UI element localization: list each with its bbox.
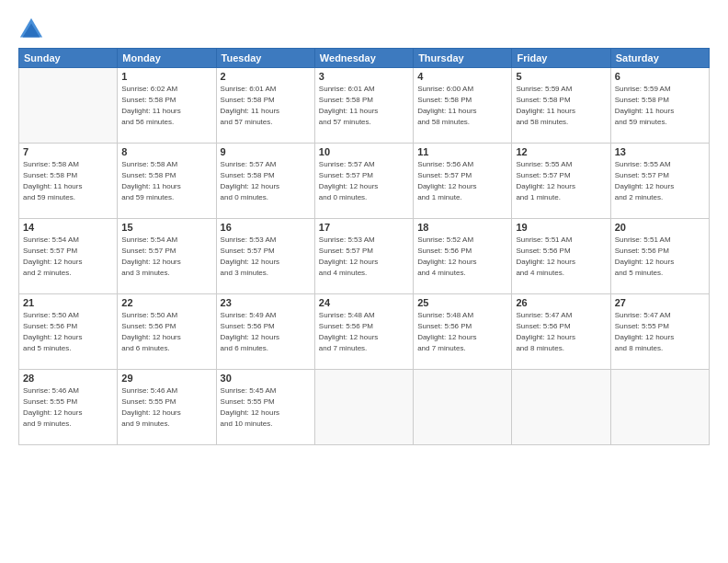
weekday-header-row: SundayMondayTuesdayWednesdayThursdayFrid… xyxy=(19,49,710,68)
day-number: 8 xyxy=(121,146,211,157)
calendar-cell: 9Sunrise: 5:57 AM Sunset: 5:58 PM Daylig… xyxy=(216,144,314,219)
day-info: Sunrise: 5:56 AM Sunset: 5:57 PM Dayligh… xyxy=(417,159,507,203)
calendar-cell: 21Sunrise: 5:50 AM Sunset: 5:56 PM Dayli… xyxy=(19,294,118,370)
week-row-0: 1Sunrise: 6:02 AM Sunset: 5:58 PM Daylig… xyxy=(19,68,710,144)
day-number: 14 xyxy=(23,222,113,233)
day-number: 20 xyxy=(615,222,705,233)
logo-icon xyxy=(18,17,44,42)
calendar-cell: 3Sunrise: 6:01 AM Sunset: 5:58 PM Daylig… xyxy=(314,68,413,144)
day-info: Sunrise: 5:48 AM Sunset: 5:56 PM Dayligh… xyxy=(417,310,507,354)
day-number: 24 xyxy=(319,297,409,308)
calendar-cell: 2Sunrise: 6:01 AM Sunset: 5:58 PM Daylig… xyxy=(216,68,314,144)
day-number: 10 xyxy=(319,146,409,157)
week-row-2: 14Sunrise: 5:54 AM Sunset: 5:57 PM Dayli… xyxy=(19,219,710,294)
day-info: Sunrise: 6:01 AM Sunset: 5:58 PM Dayligh… xyxy=(319,84,409,128)
calendar-cell xyxy=(19,68,118,144)
page: SundayMondayTuesdayWednesdayThursdayFrid… xyxy=(0,0,728,563)
week-row-3: 21Sunrise: 5:50 AM Sunset: 5:56 PM Dayli… xyxy=(19,294,710,370)
day-number: 15 xyxy=(121,222,211,233)
logo xyxy=(18,17,48,42)
day-info: Sunrise: 6:00 AM Sunset: 5:58 PM Dayligh… xyxy=(417,84,507,128)
day-number: 23 xyxy=(221,297,311,308)
day-number: 19 xyxy=(516,222,606,233)
day-info: Sunrise: 5:48 AM Sunset: 5:56 PM Dayligh… xyxy=(319,310,409,354)
weekday-header-thursday: Thursday xyxy=(414,49,512,68)
calendar-cell: 7Sunrise: 5:58 AM Sunset: 5:58 PM Daylig… xyxy=(19,144,118,219)
weekday-header-friday: Friday xyxy=(512,49,610,68)
day-number: 26 xyxy=(516,297,606,308)
calendar-cell xyxy=(610,370,709,445)
day-info: Sunrise: 5:49 AM Sunset: 5:56 PM Dayligh… xyxy=(221,310,311,354)
calendar-cell: 28Sunrise: 5:46 AM Sunset: 5:55 PM Dayli… xyxy=(19,370,118,445)
day-info: Sunrise: 5:54 AM Sunset: 5:57 PM Dayligh… xyxy=(121,235,211,279)
weekday-header-wednesday: Wednesday xyxy=(314,49,413,68)
day-info: Sunrise: 5:57 AM Sunset: 5:58 PM Dayligh… xyxy=(221,159,311,203)
weekday-header-sunday: Sunday xyxy=(19,49,118,68)
day-number: 17 xyxy=(319,222,409,233)
day-info: Sunrise: 5:47 AM Sunset: 5:55 PM Dayligh… xyxy=(615,310,705,354)
day-number: 13 xyxy=(615,146,705,157)
day-number: 16 xyxy=(221,222,311,233)
day-info: Sunrise: 6:01 AM Sunset: 5:58 PM Dayligh… xyxy=(221,84,311,128)
day-number: 3 xyxy=(319,71,409,82)
day-number: 27 xyxy=(615,297,705,308)
calendar-cell: 15Sunrise: 5:54 AM Sunset: 5:57 PM Dayli… xyxy=(118,219,216,294)
day-info: Sunrise: 6:02 AM Sunset: 5:58 PM Dayligh… xyxy=(121,84,211,128)
day-info: Sunrise: 5:59 AM Sunset: 5:58 PM Dayligh… xyxy=(615,84,705,128)
calendar-cell: 30Sunrise: 5:45 AM Sunset: 5:55 PM Dayli… xyxy=(216,370,314,445)
day-number: 2 xyxy=(221,71,311,82)
day-info: Sunrise: 5:53 AM Sunset: 5:57 PM Dayligh… xyxy=(319,235,409,279)
weekday-header-saturday: Saturday xyxy=(610,49,709,68)
day-number: 12 xyxy=(516,146,606,157)
calendar-cell: 25Sunrise: 5:48 AM Sunset: 5:56 PM Dayli… xyxy=(414,294,512,370)
calendar-cell xyxy=(414,370,512,445)
day-number: 30 xyxy=(221,373,311,384)
day-number: 28 xyxy=(23,373,113,384)
day-info: Sunrise: 5:50 AM Sunset: 5:56 PM Dayligh… xyxy=(121,310,211,354)
day-number: 21 xyxy=(23,297,113,308)
calendar-cell: 1Sunrise: 6:02 AM Sunset: 5:58 PM Daylig… xyxy=(118,68,216,144)
week-row-1: 7Sunrise: 5:58 AM Sunset: 5:58 PM Daylig… xyxy=(19,144,710,219)
day-info: Sunrise: 5:46 AM Sunset: 5:55 PM Dayligh… xyxy=(23,385,113,430)
day-info: Sunrise: 5:46 AM Sunset: 5:55 PM Dayligh… xyxy=(121,385,211,430)
day-info: Sunrise: 5:50 AM Sunset: 5:56 PM Dayligh… xyxy=(23,310,113,354)
weekday-header-tuesday: Tuesday xyxy=(216,49,314,68)
day-number: 5 xyxy=(516,71,606,82)
calendar-cell: 18Sunrise: 5:52 AM Sunset: 5:56 PM Dayli… xyxy=(414,219,512,294)
day-info: Sunrise: 5:58 AM Sunset: 5:58 PM Dayligh… xyxy=(121,159,211,203)
calendar-cell: 24Sunrise: 5:48 AM Sunset: 5:56 PM Dayli… xyxy=(314,294,413,370)
calendar-cell: 13Sunrise: 5:55 AM Sunset: 5:57 PM Dayli… xyxy=(610,144,709,219)
weekday-header-monday: Monday xyxy=(118,49,216,68)
calendar-cell: 19Sunrise: 5:51 AM Sunset: 5:56 PM Dayli… xyxy=(512,219,610,294)
calendar-cell: 10Sunrise: 5:57 AM Sunset: 5:57 PM Dayli… xyxy=(314,144,413,219)
calendar-cell: 5Sunrise: 5:59 AM Sunset: 5:58 PM Daylig… xyxy=(512,68,610,144)
calendar-cell: 6Sunrise: 5:59 AM Sunset: 5:58 PM Daylig… xyxy=(610,68,709,144)
day-info: Sunrise: 5:54 AM Sunset: 5:57 PM Dayligh… xyxy=(23,235,113,279)
calendar-cell: 22Sunrise: 5:50 AM Sunset: 5:56 PM Dayli… xyxy=(118,294,216,370)
calendar-cell: 14Sunrise: 5:54 AM Sunset: 5:57 PM Dayli… xyxy=(19,219,118,294)
calendar-cell: 16Sunrise: 5:53 AM Sunset: 5:57 PM Dayli… xyxy=(216,219,314,294)
day-number: 22 xyxy=(121,297,211,308)
day-info: Sunrise: 5:51 AM Sunset: 5:56 PM Dayligh… xyxy=(615,235,705,279)
day-number: 4 xyxy=(417,71,507,82)
day-number: 25 xyxy=(417,297,507,308)
day-info: Sunrise: 5:55 AM Sunset: 5:57 PM Dayligh… xyxy=(615,159,705,203)
day-number: 29 xyxy=(121,373,211,384)
day-info: Sunrise: 5:52 AM Sunset: 5:56 PM Dayligh… xyxy=(417,235,507,279)
calendar-cell: 4Sunrise: 6:00 AM Sunset: 5:58 PM Daylig… xyxy=(414,68,512,144)
calendar-cell: 27Sunrise: 5:47 AM Sunset: 5:55 PM Dayli… xyxy=(610,294,709,370)
calendar-cell xyxy=(314,370,413,445)
calendar-cell: 8Sunrise: 5:58 AM Sunset: 5:58 PM Daylig… xyxy=(118,144,216,219)
day-number: 18 xyxy=(417,222,507,233)
calendar-cell: 23Sunrise: 5:49 AM Sunset: 5:56 PM Dayli… xyxy=(216,294,314,370)
day-info: Sunrise: 5:51 AM Sunset: 5:56 PM Dayligh… xyxy=(516,235,606,279)
day-number: 11 xyxy=(417,146,507,157)
calendar-cell: 29Sunrise: 5:46 AM Sunset: 5:55 PM Dayli… xyxy=(118,370,216,445)
day-number: 1 xyxy=(121,71,211,82)
calendar-cell: 11Sunrise: 5:56 AM Sunset: 5:57 PM Dayli… xyxy=(414,144,512,219)
week-row-4: 28Sunrise: 5:46 AM Sunset: 5:55 PM Dayli… xyxy=(19,370,710,445)
calendar-cell: 17Sunrise: 5:53 AM Sunset: 5:57 PM Dayli… xyxy=(314,219,413,294)
day-info: Sunrise: 5:47 AM Sunset: 5:56 PM Dayligh… xyxy=(516,310,606,354)
calendar-cell xyxy=(512,370,610,445)
day-info: Sunrise: 5:53 AM Sunset: 5:57 PM Dayligh… xyxy=(221,235,311,279)
